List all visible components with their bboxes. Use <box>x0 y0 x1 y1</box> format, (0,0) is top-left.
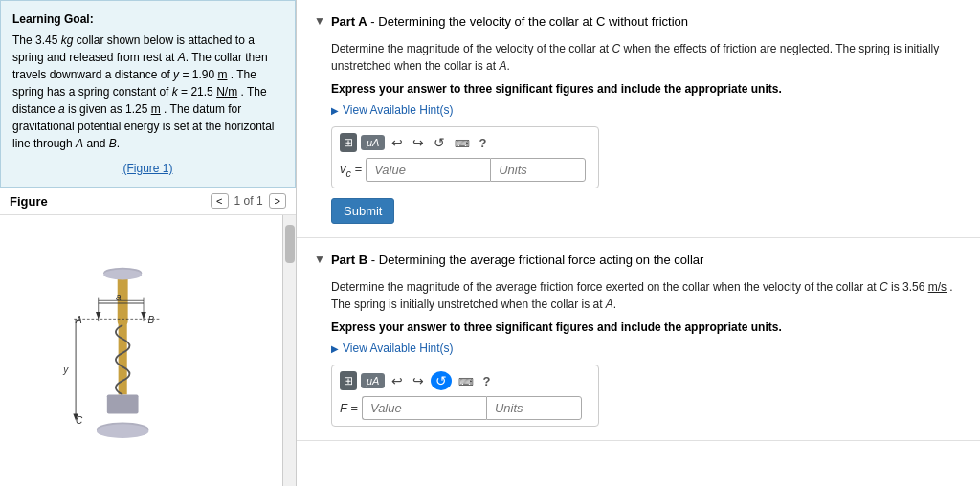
part-a-keyboard-button[interactable]: ⌨ <box>452 133 473 152</box>
part-b-matrix-button[interactable]: ⊞ <box>340 371 357 390</box>
part-b-dash: - <box>371 253 379 267</box>
part-b-hint-link[interactable]: ▶ View Available Hint(s) <box>331 342 963 355</box>
part-a-toolbar: ⊞ μA ↩ ↪ ↺ ⌨ <box>340 133 590 152</box>
figure-page: 1 of 1 <box>234 194 263 208</box>
part-a-collapse-arrow[interactable]: ▼ <box>314 14 325 28</box>
svg-rect-12 <box>106 394 138 413</box>
part-a-redo-button[interactable]: ↪ <box>410 133 427 152</box>
part-a-section: ▼ Part A - Determining the velocity of t… <box>297 0 980 238</box>
left-panel: Learning Goal: The 3.45 kg collar shown … <box>0 0 297 486</box>
part-a-body: Determine the magnitude of the velocity … <box>314 40 963 224</box>
part-b-toolbar: ⊞ μA ↩ ↪ ↺ ⌨ <box>340 371 590 390</box>
part-b-label: Part B <box>331 253 368 267</box>
part-a-instruction: Express your answer to three significant… <box>331 82 963 96</box>
part-b-refresh-button[interactable]: ↺ <box>431 371 452 390</box>
part-b-body: Determine the magnitude of the average f… <box>314 278 963 427</box>
part-b-keyboard-icon: ⌨ <box>458 376 474 387</box>
figure-navigation: < 1 of 1 > <box>211 193 286 209</box>
part-b-undo-button[interactable]: ↩ <box>389 371 406 390</box>
part-a-hint-label: View Available Hint(s) <box>343 103 454 117</box>
part-a-units-input[interactable] <box>490 158 586 182</box>
part-b-description: Determine the magnitude of the average f… <box>331 278 963 313</box>
part-b-undo-icon: ↩ <box>391 373 403 388</box>
part-b-mu-icon: μA <box>367 375 379 387</box>
part-b-mu-button[interactable]: μA <box>361 373 385 388</box>
part-a-title: Part A - Determining the velocity of the… <box>331 13 688 31</box>
part-a-help-icon[interactable]: ? <box>479 136 486 150</box>
part-b-value-input[interactable] <box>362 396 486 420</box>
figure-prev-button[interactable]: < <box>211 193 228 209</box>
part-a-value-input[interactable] <box>366 158 490 182</box>
part-b-units-input[interactable] <box>486 396 582 420</box>
svg-text:y: y <box>62 364 69 374</box>
svg-marker-19 <box>141 312 145 319</box>
part-a-answer-box: ⊞ μA ↩ ↪ ↺ ⌨ <box>331 126 599 188</box>
part-a-refresh-button[interactable]: ↺ <box>431 133 448 152</box>
figure-header: Figure < 1 of 1 > <box>0 188 296 215</box>
part-a-title-text: Determining the velocity of the collar a… <box>378 14 688 29</box>
svg-text:B: B <box>147 314 154 324</box>
part-b-hint-arrow: ▶ <box>331 343 339 354</box>
figure-label: Figure <box>10 194 48 209</box>
part-b-input-row: F = <box>340 396 590 420</box>
part-b-matrix-icon: ⊞ <box>344 374 353 387</box>
learning-goal-box: Learning Goal: The 3.45 kg collar shown … <box>0 0 296 188</box>
right-panel: ▼ Part A - Determining the velocity of t… <box>297 0 980 486</box>
mu-icon: μA <box>367 137 379 148</box>
figure-image-area: a A B y C <box>0 215 296 486</box>
part-a-hint-arrow: ▶ <box>331 105 339 116</box>
part-a-undo-button[interactable]: ↩ <box>389 133 406 152</box>
part-b-section: ▼ Part B - Determining the average frict… <box>297 238 980 441</box>
part-b-title-text: Determining the average frictional force… <box>379 253 704 267</box>
part-b-title: Part B - Determining the average frictio… <box>331 252 704 269</box>
scroll-thumb <box>285 225 295 263</box>
svg-point-14 <box>96 424 148 438</box>
learning-goal-title: Learning Goal: <box>12 11 283 28</box>
learning-goal-text: The 3.45 kg collar shown below is attach… <box>12 32 283 152</box>
part-a-mu-button[interactable]: μA <box>361 135 385 150</box>
matrix-icon: ⊞ <box>344 136 353 149</box>
svg-point-2 <box>103 269 142 279</box>
part-a-description: Determine the magnitude of the velocity … <box>331 40 963 75</box>
part-a-label: Part A <box>331 14 368 29</box>
part-b-answer-box: ⊞ μA ↩ ↪ ↺ ⌨ <box>331 364 599 427</box>
redo-icon: ↪ <box>412 135 424 150</box>
undo-icon: ↩ <box>391 135 403 150</box>
part-b-header: ▼ Part B - Determining the average frict… <box>314 252 963 269</box>
figure-link[interactable]: (Figure 1) <box>12 160 283 177</box>
figure-scrollbar[interactable] <box>282 215 296 486</box>
part-a-answer-label: vc = <box>340 162 362 179</box>
part-a-hint-link[interactable]: ▶ View Available Hint(s) <box>331 103 963 117</box>
part-b-redo-button[interactable]: ↪ <box>410 371 427 390</box>
figure-content: a A B y C <box>0 215 296 486</box>
part-b-help-icon[interactable]: ? <box>482 374 490 388</box>
svg-marker-17 <box>96 312 100 319</box>
part-b-hint-label: View Available Hint(s) <box>343 342 454 355</box>
refresh-icon: ↺ <box>434 135 445 150</box>
part-b-collapse-arrow[interactable]: ▼ <box>314 253 325 266</box>
keyboard-icon: ⌨ <box>455 138 470 149</box>
part-b-answer-label: F = <box>340 401 358 415</box>
part-a-header: ▼ Part A - Determining the velocity of t… <box>314 13 963 31</box>
svg-text:C: C <box>76 415 83 426</box>
part-b-keyboard-button[interactable]: ⌨ <box>456 371 477 390</box>
part-a-matrix-button[interactable]: ⊞ <box>340 133 357 152</box>
part-a-input-row: vc = <box>340 158 590 182</box>
figure-next-button[interactable]: > <box>269 193 286 209</box>
spring-figure-svg: a A B y C <box>48 255 239 447</box>
part-b-refresh-icon: ↺ <box>435 373 447 388</box>
part-a-submit-button[interactable]: Submit <box>331 198 394 224</box>
part-b-redo-icon: ↪ <box>412 373 424 388</box>
part-b-instruction: Express your answer to three significant… <box>331 320 963 334</box>
